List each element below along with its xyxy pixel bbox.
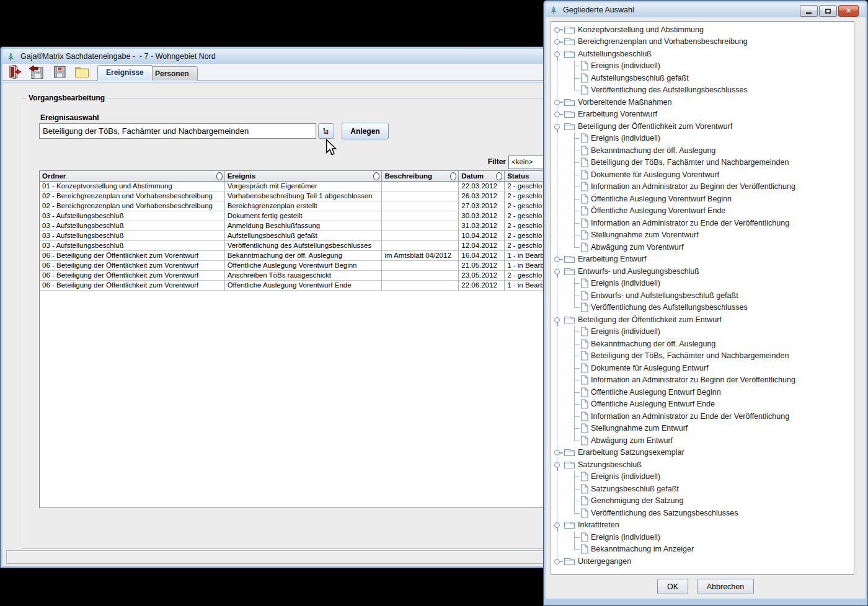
tree-leaf-row[interactable]: Ereignis (individuell) bbox=[552, 471, 853, 483]
close-button[interactable]: ✕ bbox=[838, 5, 859, 17]
collapse-handle-icon[interactable] bbox=[554, 51, 560, 57]
folder-icon bbox=[564, 315, 575, 324]
tree-leaf-row[interactable]: Öffentliche Auslegung Vorentwurf Beginn bbox=[552, 193, 853, 205]
document-icon bbox=[580, 351, 588, 361]
tree-leaf-row[interactable]: Information an Administrator zu Ende der… bbox=[552, 217, 853, 229]
tree-leaf-row[interactable]: Genehmigung der Satzung bbox=[552, 495, 853, 507]
expand-handle-icon[interactable] bbox=[554, 257, 560, 262]
tab-ereignisse[interactable]: Ereignisse bbox=[97, 65, 153, 81]
table-row[interactable]: 06 - Beteiligung der Öffentlichkeit zum … bbox=[40, 251, 598, 261]
sort-indicator-icon[interactable] bbox=[450, 172, 456, 180]
tree-leaf-row[interactable]: Veröffentlichung des Aufstellungsbeschlu… bbox=[552, 302, 853, 314]
tree-folder-row[interactable]: Vorbereitende Maßnahmen bbox=[552, 96, 853, 108]
collapse-handle-icon[interactable] bbox=[554, 317, 560, 323]
exit-button[interactable] bbox=[6, 64, 23, 79]
tree-leaf-row[interactable]: Beteiligung der TöBs, Fachämter und Nach… bbox=[552, 350, 853, 362]
tree-folder-row[interactable]: Erarbeitung Entwurf bbox=[552, 253, 853, 266]
table-row[interactable]: 03 - Aufstellungsbeschluß Dokument ferti… bbox=[40, 211, 598, 221]
tree-leaf-row[interactable]: Stellungnahme zum Entwurf bbox=[552, 423, 853, 435]
tree-folder-row[interactable]: Erarbeitung Vorentwurf bbox=[552, 108, 853, 121]
column-header-datum[interactable]: Datum bbox=[459, 171, 505, 182]
tree-leaf-row[interactable]: Öffentliche Auslegung Entwurf Ende bbox=[552, 398, 853, 411]
tree-folder-row[interactable]: Aufstellungsbeschluß bbox=[552, 48, 853, 60]
expand-handle-icon[interactable] bbox=[554, 39, 560, 45]
column-header-ereignis[interactable]: Ereignis bbox=[225, 171, 383, 182]
tree-folder-row[interactable]: Entwurfs- und Auslegungsbeschluß bbox=[552, 265, 853, 278]
table-row[interactable]: 02 - Bereichgrenzenplan und Vorhabensbes… bbox=[40, 201, 598, 211]
cell-ereignis: Bereichsgrenzenplan erstellt bbox=[225, 201, 383, 211]
open-folder-button[interactable] bbox=[74, 64, 91, 79]
collapse-handle-icon[interactable] bbox=[554, 462, 560, 468]
maximize-button[interactable] bbox=[819, 5, 837, 17]
table-row[interactable]: 06 - Beteiligung der Öffentlichkeit zum … bbox=[40, 271, 598, 281]
tree-leaf-row[interactable]: Bekanntmachung der öff. Auslegung bbox=[552, 144, 853, 157]
collapse-handle-icon[interactable] bbox=[554, 522, 560, 528]
table-row[interactable]: 06 - Beteiligung der Öffentlichkeit zum … bbox=[40, 281, 598, 291]
tree-folder-row[interactable]: Satzungsbeschluß bbox=[552, 459, 853, 471]
cancel-button[interactable]: Abbrechen bbox=[697, 579, 754, 594]
sort-indicator-icon[interactable] bbox=[216, 172, 223, 180]
minimize-button[interactable] bbox=[800, 5, 818, 17]
tree-leaf-row[interactable]: Aufstellungsbeschluß gefaßt bbox=[552, 72, 853, 84]
column-header-beschreibung[interactable]: Beschreibung bbox=[382, 171, 459, 182]
tree-leaf-row[interactable]: Information an Administrator zu Beginn d… bbox=[552, 181, 853, 193]
tree-leaf-row[interactable]: Öffentliche Auslegung Entwurf Beginn bbox=[552, 386, 853, 398]
open-tree-selection-button[interactable] bbox=[318, 123, 334, 139]
ereignisauswahl-input[interactable] bbox=[39, 123, 316, 139]
tree-leaf-row[interactable]: Information an Administrator zu Beginn d… bbox=[552, 374, 853, 387]
tree-leaf-row[interactable]: Entwurfs- und Aufstellungsbeschluß gefaß… bbox=[552, 289, 853, 302]
tree-leaf-row[interactable]: Satzungsbeschluß gefaßt bbox=[552, 483, 853, 495]
expand-handle-icon[interactable] bbox=[554, 27, 560, 33]
save-button[interactable] bbox=[51, 64, 68, 79]
tab-personen[interactable]: Personen bbox=[146, 66, 198, 81]
tree-connector-line bbox=[574, 332, 580, 332]
tree-folder-row[interactable]: Untergegangen bbox=[552, 555, 853, 568]
table-row[interactable]: 03 - Aufstellungsbeschluß Anmeldung Besc… bbox=[40, 221, 598, 231]
ok-button[interactable]: OK bbox=[657, 579, 688, 594]
tree-leaf-row[interactable]: Ereignis (individuell) bbox=[552, 60, 853, 72]
tree-folder-row[interactable]: Beteiligung der Öffentlichkeit zum Voren… bbox=[552, 120, 853, 133]
tree-leaf-row[interactable]: Ereignis (individuell) bbox=[552, 133, 853, 145]
tree-leaf-row[interactable]: Veröffentlichung des Aufstellungsbeschlu… bbox=[552, 84, 853, 97]
tree-leaf-row[interactable]: Information an Administrator zu Ende der… bbox=[552, 410, 853, 423]
collapse-handle-icon[interactable] bbox=[554, 269, 560, 274]
collapse-handle-icon[interactable] bbox=[554, 124, 560, 130]
save-and-exit-button[interactable] bbox=[29, 64, 46, 79]
tree-folder-row[interactable]: Konzeptvorstellung und Abstimmung bbox=[552, 24, 853, 36]
tree-leaf-row[interactable]: Bekanntmachung im Anzeiger bbox=[552, 543, 853, 556]
table-row[interactable]: 03 - Aufstellungsbeschluß Veröffentlichu… bbox=[40, 241, 598, 251]
tree-leaf-row[interactable]: Öffentliche Auslegung Vorentwurf Ende bbox=[552, 205, 853, 217]
tree-leaf-row[interactable]: Beteiligung der TöBs, Fachämter und Nach… bbox=[552, 157, 853, 169]
tree-leaf-row[interactable]: Veröffentlichung des Satzungsbeschlusses bbox=[552, 507, 853, 519]
table-row[interactable]: 03 - Aufstellungsbeschluß Aufstellungsbe… bbox=[40, 231, 598, 241]
tree-leaf-row[interactable]: Abwägung zum Vorentwurf bbox=[552, 241, 853, 253]
expand-handle-icon[interactable] bbox=[554, 559, 560, 564]
column-header-ordner[interactable]: Ordner bbox=[40, 171, 225, 182]
tree-leaf-row[interactable]: Ereignis (individuell) bbox=[552, 326, 853, 338]
tree-leaf-row[interactable]: Ereignis (individuell) bbox=[552, 278, 853, 290]
tree-leaf-row[interactable]: Stellungnahme zum Vorentwurf bbox=[552, 229, 853, 242]
tree-folder-row[interactable]: Inkrafttreten bbox=[552, 519, 853, 532]
sort-indicator-icon[interactable] bbox=[496, 172, 502, 180]
tree-connector-line bbox=[574, 489, 580, 490]
tree-folder-row[interactable]: Erarbeitung Satzungsexemplar bbox=[552, 447, 853, 459]
ereignisauswahl-label: Ereignisauswahl bbox=[40, 113, 99, 122]
table-row[interactable]: 02 - Bereichgrenzenplan und Vorhabensbes… bbox=[40, 191, 598, 201]
tree-leaf-row[interactable]: Abwägung zum Entwurf bbox=[552, 434, 853, 447]
expand-handle-icon[interactable] bbox=[554, 100, 560, 105]
tree-node-label: Ereignis (individuell) bbox=[591, 472, 660, 481]
tree-leaf-row[interactable]: Bekanntmachung der öff. Auslegung bbox=[552, 338, 853, 350]
tree-leaf-row[interactable]: Dokumente für Auslegung Vorentwurf bbox=[552, 169, 853, 181]
tree-folder-row[interactable]: Bereichgrenzenplan und Vorhabensbeschrei… bbox=[552, 36, 853, 48]
sort-indicator-icon[interactable] bbox=[373, 172, 379, 180]
anlegen-button[interactable]: Anlegen bbox=[342, 123, 389, 139]
dialog-titlebar[interactable]: Gegliederte Auswahl ✕ bbox=[546, 2, 866, 17]
expand-handle-icon[interactable] bbox=[554, 112, 560, 117]
tree-connector-line bbox=[574, 537, 580, 538]
tree-leaf-row[interactable]: Dokumente für Auslegung Entwurf bbox=[552, 362, 853, 374]
table-row[interactable]: 06 - Beteiligung der Öffentlichkeit zum … bbox=[40, 261, 598, 271]
tree-folder-row[interactable]: Beteiligung der Öffentlichkeit zum Entwu… bbox=[552, 314, 853, 326]
tree-leaf-row[interactable]: Ereignis (individuell) bbox=[552, 531, 853, 543]
expand-handle-icon[interactable] bbox=[554, 450, 560, 455]
table-row[interactable]: 01 - Konzeptvorstellung und Abstimmung V… bbox=[40, 182, 598, 191]
